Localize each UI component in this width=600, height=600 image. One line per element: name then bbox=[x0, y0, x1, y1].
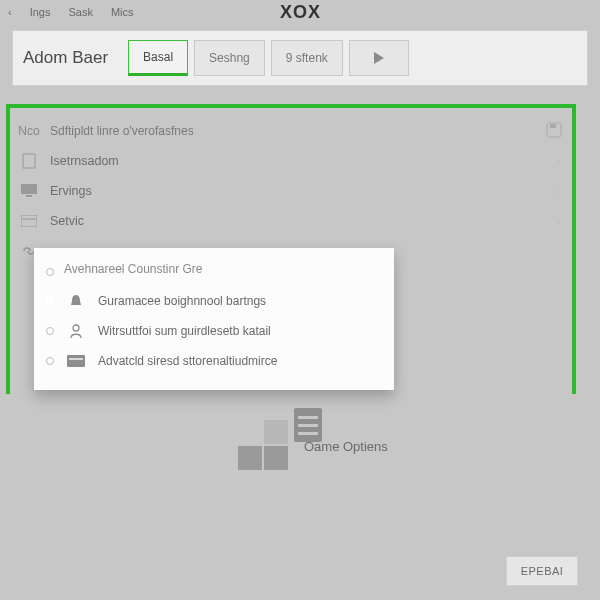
radio-icon bbox=[46, 297, 54, 305]
chevron-right-icon: › bbox=[557, 216, 560, 227]
svg-rect-6 bbox=[21, 215, 37, 227]
submenu-popup: Avehnareel Counstinr Gre Guramacee boigh… bbox=[34, 248, 394, 390]
center-options[interactable]: Oame Optiens bbox=[238, 420, 388, 472]
list-row[interactable]: Isetrnsadom › bbox=[18, 146, 568, 176]
footer-primary-button[interactable]: EPEBAI bbox=[506, 556, 578, 586]
tiles-icon bbox=[238, 420, 290, 472]
list-row-label: Setvic bbox=[50, 214, 84, 228]
popup-item-label: Advatcld siresd sttorenaltiudmirce bbox=[98, 354, 277, 368]
svg-rect-5 bbox=[26, 195, 32, 197]
top-nav: ‹ Ings Sask Mics XOX bbox=[0, 0, 600, 24]
chevron-right-icon: › bbox=[557, 156, 560, 167]
monitor-icon bbox=[18, 184, 40, 198]
save-icon[interactable] bbox=[546, 122, 562, 141]
svg-rect-2 bbox=[550, 124, 556, 128]
center-options-label: Oame Optiens bbox=[304, 439, 388, 454]
popup-item-label: Witrsuttfoi sum guirdlesetb katail bbox=[98, 324, 271, 338]
popup-item-label: Guramacee boighnnool bartngs bbox=[98, 294, 266, 308]
tab-next-button[interactable] bbox=[349, 40, 409, 76]
svg-rect-10 bbox=[69, 358, 83, 360]
document-icon bbox=[18, 153, 40, 169]
popup-item[interactable]: Witrsuttfoi sum guirdlesetb katail bbox=[46, 316, 382, 346]
radio-icon bbox=[46, 357, 54, 365]
radio-icon bbox=[46, 268, 54, 276]
popup-item[interactable]: Advatcld siresd sttorenaltiudmirce bbox=[46, 346, 382, 376]
panel-icon bbox=[18, 215, 40, 227]
list-row-label: Isetrnsadom bbox=[50, 154, 119, 168]
popup-title: Avehnareel Counstinr Gre bbox=[64, 258, 209, 286]
list-header: Nco Sdftipldt linre o'verofasfnes bbox=[18, 116, 568, 146]
app-logo: XOX bbox=[280, 2, 321, 23]
list-header-label: Nco bbox=[18, 124, 40, 138]
svg-point-8 bbox=[73, 325, 79, 331]
tab-basal[interactable]: Basal bbox=[128, 40, 188, 76]
top-nav-item[interactable]: Ings bbox=[30, 6, 51, 18]
popup-item[interactable]: Guramacee boighnnool bartngs bbox=[46, 286, 382, 316]
svg-rect-4 bbox=[21, 184, 37, 194]
tab-seshng[interactable]: Seshng bbox=[194, 40, 265, 76]
header-bar: Adom Baer Basal Seshng 9 sftenk bbox=[12, 30, 588, 86]
list-row-label: Ervings bbox=[50, 184, 92, 198]
person-icon bbox=[66, 322, 86, 340]
list-row[interactable]: Setvic › bbox=[18, 206, 568, 236]
section-title: Adom Baer bbox=[23, 48, 108, 68]
nav-back-icon[interactable]: ‹ bbox=[8, 6, 12, 18]
chevron-right-icon: › bbox=[557, 186, 560, 197]
svg-marker-0 bbox=[374, 52, 384, 64]
top-nav-item[interactable]: Mics bbox=[111, 6, 134, 18]
svg-rect-9 bbox=[67, 355, 85, 367]
list-row-label: Sdftipldt linre o'verofasfnes bbox=[50, 124, 194, 138]
top-nav-item[interactable]: Sask bbox=[68, 6, 92, 18]
svg-rect-3 bbox=[23, 154, 35, 168]
bell-icon bbox=[66, 292, 86, 310]
settings-list: Nco Sdftipldt linre o'verofasfnes Isetrn… bbox=[18, 116, 568, 266]
tab-sftenk[interactable]: 9 sftenk bbox=[271, 40, 343, 76]
list-row[interactable]: Ervings › bbox=[18, 176, 568, 206]
card-icon bbox=[66, 352, 86, 370]
radio-icon bbox=[46, 327, 54, 335]
